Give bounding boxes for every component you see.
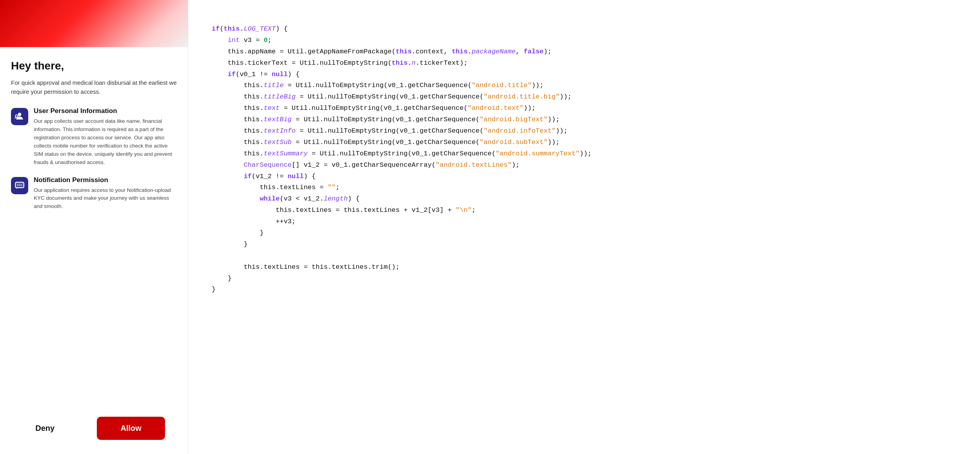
permission-item-personal: User Personal Information Our app collec… [11, 107, 177, 167]
deny-button[interactable]: Deny [23, 418, 67, 438]
permission-title-personal: User Personal Information [34, 107, 177, 115]
svg-point-5 [19, 184, 20, 186]
permission-desc-notification: Our application requires access to your … [34, 186, 177, 211]
person-icon [11, 108, 28, 125]
svg-point-6 [21, 184, 22, 186]
intro-text: For quick approval and medical loan disb… [11, 78, 177, 96]
code-block: if(this.LOG_TEXT) { int v3 = 0; this.app… [212, 24, 956, 295]
permission-item-notification: Notification Permission Our application … [11, 176, 177, 211]
chat-svg [15, 181, 25, 191]
chat-icon [11, 177, 28, 194]
permission-text-personal: User Personal Information Our app collec… [34, 107, 177, 167]
svg-point-0 [18, 113, 22, 116]
permission-text-notification: Notification Permission Our application … [34, 176, 177, 211]
content-area: Hey there, For quick approval and medica… [0, 47, 188, 406]
allow-button[interactable]: Allow [97, 417, 165, 440]
greeting: Hey there, [11, 60, 177, 72]
left-panel: Hey there, For quick approval and medica… [0, 0, 188, 454]
right-panel: if(this.LOG_TEXT) { int v3 = 0; this.app… [188, 0, 980, 454]
buttons-row: Deny Allow [0, 406, 188, 454]
svg-point-4 [17, 184, 18, 186]
header-gradient [0, 0, 188, 47]
permission-desc-personal: Our app collects user account data like … [34, 117, 177, 167]
person-svg [15, 111, 25, 122]
permission-title-notification: Notification Permission [34, 176, 177, 184]
